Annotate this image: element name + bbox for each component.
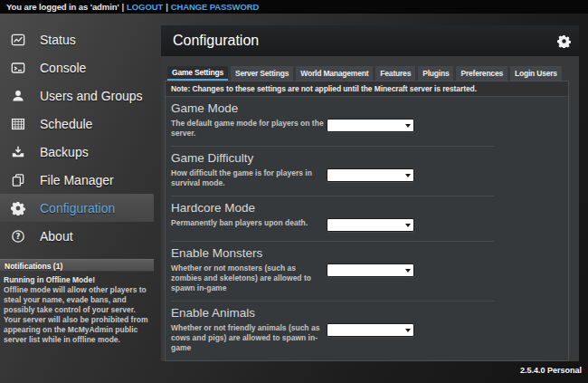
setting-description: Whether or not friendly animals (such as… <box>171 323 325 353</box>
separator: | <box>166 2 168 12</box>
panel-body: Game SettingsServer SettingsWorld Manage… <box>161 56 579 361</box>
users-icon <box>11 89 25 103</box>
sidebar-item-label: Status <box>40 33 76 47</box>
about-icon: ? <box>11 229 25 244</box>
sidebar-item-label: Schedule <box>40 117 92 131</box>
setting-name: Enable Monsters <box>171 246 494 260</box>
gear-icon[interactable] <box>557 34 571 48</box>
enable-animals-select-wrap <box>327 323 414 337</box>
page-title: Configuration <box>173 33 557 49</box>
setting-body: Whether or not monsters (such as zombies… <box>171 263 494 293</box>
setting-name: Enable Animals <box>171 306 494 320</box>
setting-name: Hardcore Mode <box>171 201 494 215</box>
setting-description: Permanently ban players upon death. <box>171 218 325 228</box>
setting-description: How difficult the game is for players in… <box>171 168 325 188</box>
setting-name: Game Difficulty <box>171 151 494 165</box>
sidebar-item-users-and-groups[interactable]: Users and Groups <box>0 81 154 110</box>
setting-body: How difficult the game is for players in… <box>171 168 494 188</box>
tab-plugins[interactable]: Plugins <box>418 66 453 81</box>
tab-content: Note: Changes to these settings are not … <box>165 81 569 361</box>
change-password-link[interactable]: CHANGE PASSWORD <box>171 2 260 12</box>
hardcore-mode-select-wrap <box>327 218 414 232</box>
sidebar-item-label: Console <box>40 61 86 75</box>
sidebar-item-schedule[interactable]: Schedule <box>0 110 154 138</box>
configuration-icon <box>11 201 25 215</box>
setting-row-enable-animals: Enable AnimalsWhether or not friendly an… <box>171 302 494 361</box>
hardcore-mode-select[interactable] <box>327 224 413 235</box>
settings-list: Game ModeThe default game mode for playe… <box>166 97 568 361</box>
panel-header: Configuration <box>161 25 579 56</box>
setting-row-game-mode: Game ModeThe default game mode for playe… <box>171 97 494 147</box>
sidebar-item-label: Backups <box>40 145 89 159</box>
sidebar-item-label: About <box>40 229 73 244</box>
setting-row-hardcore-mode: Hardcore ModePermanently ban players upo… <box>171 196 494 242</box>
sidebar-item-file-manager[interactable]: File Manager <box>0 166 154 194</box>
notification-text: Offline mode will allow other players to… <box>4 285 149 345</box>
main-panel: Configuration Game SettingsServer Settin… <box>161 25 579 361</box>
top-bar: You are logged in as 'admin'|LOGOUT|CHAN… <box>0 0 588 14</box>
sidebar-item-label: Configuration <box>40 201 115 215</box>
game-difficulty-select-wrap <box>327 168 414 182</box>
tab-features[interactable]: Features <box>375 66 415 81</box>
tab-preferences[interactable]: Preferences <box>456 66 507 81</box>
tab-bar: Game SettingsServer SettingsWorld Manage… <box>167 66 569 81</box>
setting-description: Whether or not monsters (such as zombies… <box>171 263 325 293</box>
tab-world-management[interactable]: World Management <box>296 66 373 81</box>
setting-body: Whether or not friendly animals (such as… <box>171 323 494 353</box>
sidebar: StatusConsoleUsers and GroupsScheduleBac… <box>0 14 154 345</box>
setting-row-enable-monsters: Enable MonstersWhether or not monsters (… <box>171 242 494 302</box>
enable-monsters-select[interactable] <box>327 269 413 281</box>
restart-note: Note: Changes to these settings are not … <box>166 81 568 97</box>
setting-name: Game Mode <box>171 101 494 115</box>
sidebar-item-label: File Manager <box>40 173 114 187</box>
status-icon <box>11 33 25 47</box>
enable-monsters-select-wrap <box>327 263 414 277</box>
version-label: 2.5.4.0 Personal <box>520 366 582 375</box>
game-difficulty-select[interactable] <box>327 174 413 186</box>
game-mode-select[interactable] <box>327 124 413 136</box>
notifications-header: Notifications (1) <box>0 259 154 272</box>
schedule-icon <box>11 117 25 131</box>
game-mode-select-wrap <box>327 119 414 132</box>
setting-row-game-difficulty: Game DifficultyHow difficult the game is… <box>171 147 494 196</box>
sidebar-item-backups[interactable]: Backups <box>0 138 154 166</box>
tab-server-settings[interactable]: Server Settings <box>231 66 293 81</box>
separator: | <box>122 2 125 12</box>
notifications-panel: Running in Offline Mode! Offline mode wi… <box>0 272 152 345</box>
logged-in-text: You are logged in as 'admin' <box>6 2 119 12</box>
setting-description: The default game mode for players on the… <box>171 119 325 139</box>
setting-body: Permanently ban players upon death. <box>171 218 494 234</box>
file-manager-icon <box>11 173 25 187</box>
enable-animals-select[interactable] <box>327 329 413 340</box>
sidebar-nav: StatusConsoleUsers and GroupsScheduleBac… <box>0 14 154 250</box>
setting-body: The default game mode for players on the… <box>171 119 494 139</box>
tab-login-users[interactable]: Login Users <box>510 66 562 81</box>
sidebar-item-status[interactable]: Status <box>0 25 154 53</box>
tab-game-settings[interactable]: Game Settings <box>167 66 228 81</box>
svg-text:?: ? <box>16 232 21 241</box>
notification-title: Running in Offline Mode! <box>4 275 149 285</box>
console-icon <box>11 61 25 75</box>
sidebar-item-about[interactable]: ?About <box>0 222 154 250</box>
sidebar-item-console[interactable]: Console <box>0 53 154 81</box>
logout-link[interactable]: LOGOUT <box>127 2 163 12</box>
sidebar-item-label: Users and Groups <box>40 89 143 103</box>
sidebar-item-configuration[interactable]: Configuration <box>0 194 154 222</box>
backups-icon <box>11 145 25 159</box>
